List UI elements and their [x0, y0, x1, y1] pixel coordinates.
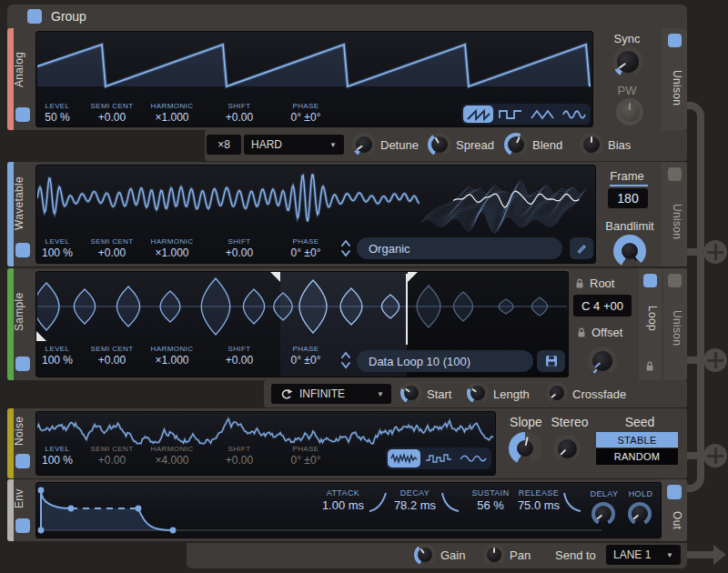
sample-loop-label: Loop [644, 292, 659, 345]
wavetable-semi-cent-param: SEMI CENT +0.00 [82, 237, 142, 259]
noise-level-param: LEVEL 100 % [36, 445, 78, 467]
loop-mode-dropdown[interactable]: INFINITE ▼ [271, 384, 391, 404]
wavetable-3d-view [415, 166, 593, 237]
square-wave-icon [499, 108, 522, 121]
send-to-dropdown[interactable]: LANE 1 ▼ [606, 545, 681, 565]
seed-stable-button[interactable]: STABLE [596, 432, 678, 447]
sample-save-button[interactable] [537, 350, 565, 372]
stepped-noise-icon [425, 452, 452, 465]
analog-unison-label: Unison [669, 52, 683, 125]
pencil-icon [576, 243, 587, 254]
noise-type-selector [386, 447, 491, 469]
frame-mod-indicator [610, 185, 648, 186]
saw-wave-button[interactable] [463, 106, 493, 123]
env-release-param: RELEASE 75.0 ms [513, 488, 564, 512]
preset-stepper-icons[interactable] [340, 238, 351, 258]
bias-label: Bias [608, 138, 631, 152]
route-junction-noise[interactable] [703, 444, 727, 467]
spread-knob[interactable] [428, 133, 451, 156]
loop-start-label: Start [427, 387, 451, 401]
triangle-wave-button[interactable] [527, 106, 557, 123]
release-curve-icon[interactable] [562, 490, 582, 514]
group-title: Group [51, 9, 86, 24]
smooth-noise-button[interactable] [457, 449, 490, 467]
sample-unison-label: Unison [669, 292, 683, 365]
detune-label: Detune [380, 138, 419, 152]
env-enable-checkbox[interactable] [15, 518, 30, 533]
wavetable-enable-checkbox[interactable] [15, 243, 30, 257]
pw-label: PW [611, 84, 643, 97]
root-note-box[interactable]: C 4 +00 [573, 295, 632, 317]
analog-wave-selector [461, 104, 591, 125]
group-enable-checkbox[interactable] [27, 9, 42, 24]
wavetable-waveform [37, 168, 420, 227]
analog-semi-cent-param: SEMI CENT +0.00 [82, 102, 142, 124]
loop-start-knob[interactable] [400, 382, 422, 404]
sample-enable-checkbox[interactable] [15, 357, 30, 371]
root-lock-icon[interactable] [575, 277, 584, 289]
route-junction-wavetable[interactable] [703, 240, 727, 264]
chevron-down-icon: ▼ [329, 141, 337, 149]
wavetable-edit-button[interactable] [570, 237, 593, 259]
loop-length-knob[interactable] [467, 382, 489, 404]
crossfade-knob[interactable] [546, 382, 568, 404]
slope-label: Slope [502, 415, 550, 429]
route-junction-sample[interactable] [703, 348, 727, 372]
route-bus [697, 135, 704, 466]
blend-knob[interactable] [504, 133, 528, 156]
sample-unison-checkbox[interactable] [668, 274, 682, 287]
bias-knob[interactable] [580, 133, 603, 156]
hold-knob[interactable] [628, 502, 652, 526]
analog-phase-param: PHASE 0° ±0° [278, 102, 333, 124]
attack-curve-icon[interactable] [368, 490, 388, 514]
decay-curve-icon[interactable] [440, 490, 460, 514]
wavetable-phase-param: PHASE 0° ±0° [278, 237, 333, 259]
seed-random-button[interactable]: RANDOM [596, 448, 678, 465]
detune-knob[interactable] [352, 133, 376, 156]
sample-stepper-icons[interactable] [340, 350, 351, 370]
sync-knob[interactable] [612, 46, 643, 77]
offset-knob[interactable] [588, 347, 617, 376]
sample-playhead-cursor[interactable] [406, 274, 408, 345]
noise-section-label: Noise [13, 411, 33, 451]
unison-mode-dropdown[interactable]: HARD ▼ [244, 135, 344, 155]
delay-knob[interactable] [592, 502, 615, 526]
env-attack-param: ATTACK 1.00 ms [318, 488, 368, 512]
wavetable-unison-checkbox[interactable] [668, 167, 682, 181]
analog-unison-checkbox[interactable] [668, 34, 682, 47]
offset-lock-icon[interactable] [577, 327, 586, 338]
stepped-noise-button[interactable] [422, 449, 455, 467]
square-wave-button[interactable] [495, 106, 525, 123]
pan-label: Pan [510, 548, 531, 562]
sample-loop-checkbox[interactable] [643, 274, 657, 287]
gain-knob[interactable] [414, 544, 436, 566]
white-noise-button[interactable] [388, 449, 420, 467]
spread-label: Spread [456, 138, 494, 152]
route-output-arrow [713, 545, 726, 565]
noise-semi-cent-param: SEMI CENT +0.00 [82, 445, 142, 467]
noise-enable-checkbox[interactable] [15, 454, 30, 468]
sample-preset-combo[interactable]: Data Loop 10 (100) [357, 350, 533, 372]
sine-wave-button[interactable] [559, 106, 589, 123]
analog-enable-checkbox[interactable] [15, 107, 30, 122]
wavetable-level-param: LEVEL 100 % [36, 237, 78, 259]
bandlimit-knob[interactable] [613, 235, 646, 267]
frame-value-box[interactable]: 180 [608, 188, 648, 208]
out-enable-checkbox[interactable] [667, 485, 682, 499]
noise-harmonic-param: HARMONIC ×4.000 [144, 445, 200, 467]
pan-knob[interactable] [483, 544, 505, 566]
wavetable-shift-param: SHIFT +0.00 [217, 237, 262, 259]
wavetable-preset-combo[interactable]: Organic [357, 237, 562, 259]
loop-lock-icon[interactable] [645, 360, 654, 372]
stereo-knob[interactable] [553, 435, 581, 462]
pw-knob[interactable] [616, 98, 643, 126]
group-header [7, 5, 687, 28]
unison-voices-box[interactable]: ×8 [207, 135, 241, 155]
slope-knob[interactable] [509, 432, 541, 465]
analog-shift-param: SHIFT +0.00 [217, 102, 262, 124]
sample-shift-param: SHIFT +0.00 [217, 345, 262, 367]
loop-length-label: Length [493, 387, 530, 401]
noise-shift-param: SHIFT +0.00 [217, 445, 262, 467]
frame-label: Frame [607, 169, 647, 183]
floppy-disk-icon [545, 355, 558, 367]
